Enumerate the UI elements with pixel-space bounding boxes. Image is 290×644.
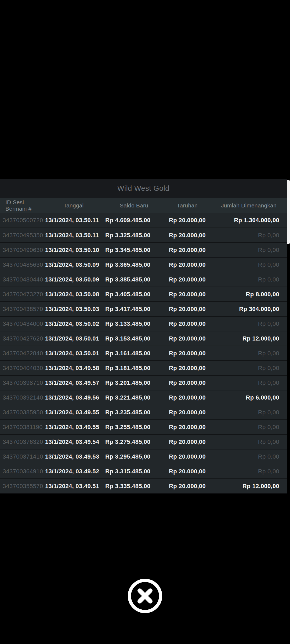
session-id-cell: 34370039871029 xyxy=(0,375,43,390)
bet-cell: Rp 20.000,00 xyxy=(164,213,211,228)
date-cell: 13/1/2024, 03.49.51 xyxy=(43,479,104,493)
date-cell: 13/1/2024, 03.49.55 xyxy=(43,420,104,434)
new-balance-cell: Rp 3.275.485,00 xyxy=(104,434,164,449)
win-amount-cell: Rp 0,00 xyxy=(211,420,287,434)
win-amount-cell: Rp 0,00 xyxy=(211,272,287,287)
new-balance-cell: Rp 3.417.485,00 xyxy=(104,302,164,316)
table-row: 34370043857029 13/1/2024, 03.50.03 Rp 3.… xyxy=(0,302,287,316)
table-row: 34370047327029 13/1/2024, 03.50.08 Rp 3.… xyxy=(0,287,287,302)
bet-cell: Rp 20.000,00 xyxy=(164,243,211,257)
new-balance-cell: Rp 3.335.485,00 xyxy=(104,479,164,493)
session-id-cell: 34370042762029 xyxy=(0,331,43,346)
new-balance-cell: Rp 3.161.485,00 xyxy=(104,346,164,361)
table-row: 34370042284029 13/1/2024, 03.50.01 Rp 3.… xyxy=(0,346,287,361)
new-balance-cell: Rp 3.365.485,00 xyxy=(104,257,164,272)
new-balance-cell: Rp 3.221.485,00 xyxy=(104,390,164,405)
new-balance-cell: Rp 3.325.485,00 xyxy=(104,228,164,243)
date-cell: 13/1/2024, 03.50.09 xyxy=(43,257,104,272)
new-balance-cell: Rp 3.295.485,00 xyxy=(104,449,164,464)
bet-cell: Rp 20.000,00 xyxy=(164,257,211,272)
close-icon xyxy=(128,579,162,613)
date-cell: 13/1/2024, 03.50.01 xyxy=(43,346,104,361)
bet-cell: Rp 20.000,00 xyxy=(164,434,211,449)
new-balance-cell: Rp 3.385.485,00 xyxy=(104,272,164,287)
win-amount-cell: Rp 8.000,00 xyxy=(211,287,287,302)
bet-cell: Rp 20.000,00 xyxy=(164,272,211,287)
date-cell: 13/1/2024, 03.50.11 xyxy=(43,213,104,228)
column-header-new-balance: Saldo Baru xyxy=(104,198,164,213)
table-row: 34370048044029 13/1/2024, 03.50.09 Rp 3.… xyxy=(0,272,287,287)
date-cell: 13/1/2024, 03.49.57 xyxy=(43,375,104,390)
date-cell: 13/1/2024, 03.49.54 xyxy=(43,434,104,449)
session-id-cell: 34370049535029 xyxy=(0,228,43,243)
close-button[interactable] xyxy=(128,579,162,613)
new-balance-cell: Rp 3.153.485,00 xyxy=(104,331,164,346)
date-cell: 13/1/2024, 03.49.58 xyxy=(43,361,104,375)
win-amount-cell: Rp 0,00 xyxy=(211,316,287,331)
table-row: 34370037141029 13/1/2024, 03.49.53 Rp 3.… xyxy=(0,449,287,464)
session-id-cell: 34370038595029 xyxy=(0,405,43,420)
win-amount-cell: Rp 0,00 xyxy=(211,346,287,361)
win-amount-cell: Rp 0,00 xyxy=(211,464,287,479)
date-cell: 13/1/2024, 03.49.52 xyxy=(43,464,104,479)
table-row: 34370038595029 13/1/2024, 03.49.55 Rp 3.… xyxy=(0,405,287,420)
win-amount-cell: Rp 304.000,00 xyxy=(211,302,287,316)
win-amount-cell: Rp 0,00 xyxy=(211,434,287,449)
session-id-cell: 34370035557029 xyxy=(0,479,43,493)
bet-cell: Rp 20.000,00 xyxy=(164,464,211,479)
bet-cell: Rp 20.000,00 xyxy=(164,390,211,405)
session-id-cell: 34370048044029 xyxy=(0,272,43,287)
column-header-amount-won: Jumlah Dimenangkan xyxy=(211,198,287,213)
bet-cell: Rp 20.000,00 xyxy=(164,420,211,434)
date-cell: 13/1/2024, 03.50.11 xyxy=(43,228,104,243)
bet-cell: Rp 20.000,00 xyxy=(164,479,211,493)
new-balance-cell: Rp 3.345.485,00 xyxy=(104,243,164,257)
table-row: 34370035557029 13/1/2024, 03.49.51 Rp 3.… xyxy=(0,479,287,493)
session-id-cell: 34370048563029 xyxy=(0,257,43,272)
date-cell: 13/1/2024, 03.50.09 xyxy=(43,272,104,287)
table-row: 34370039871029 13/1/2024, 03.49.57 Rp 3.… xyxy=(0,375,287,390)
session-history-table: ID Sesi Bermain # Tanggal Saldo Baru Tar… xyxy=(0,198,287,493)
win-amount-cell: Rp 12.000,00 xyxy=(211,331,287,346)
bet-cell: Rp 20.000,00 xyxy=(164,449,211,464)
date-cell: 13/1/2024, 03.50.10 xyxy=(43,243,104,257)
new-balance-cell: Rp 3.315.485,00 xyxy=(104,464,164,479)
bet-cell: Rp 20.000,00 xyxy=(164,405,211,420)
table-row: 34370043400029 13/1/2024, 03.50.02 Rp 3.… xyxy=(0,316,287,331)
win-amount-cell: Rp 0,00 xyxy=(211,449,287,464)
session-id-cell: 34370043400029 xyxy=(0,316,43,331)
date-cell: 13/1/2024, 03.50.03 xyxy=(43,302,104,316)
new-balance-cell: Rp 4.609.485,00 xyxy=(104,213,164,228)
bet-cell: Rp 20.000,00 xyxy=(164,316,211,331)
session-id-cell: 34370040403029 xyxy=(0,361,43,375)
session-id-cell: 34370037141029 xyxy=(0,449,43,464)
win-amount-cell: Rp 0,00 xyxy=(211,405,287,420)
bet-cell: Rp 20.000,00 xyxy=(164,331,211,346)
session-id-cell: 34370042284029 xyxy=(0,346,43,361)
session-id-cell: 34370043857029 xyxy=(0,302,43,316)
bet-cell: Rp 20.000,00 xyxy=(164,346,211,361)
scrollbar-thumb[interactable] xyxy=(287,180,290,244)
modal-title-bar: Wild West Gold xyxy=(0,179,287,198)
win-amount-cell: Rp 0,00 xyxy=(211,257,287,272)
session-id-cell: 34370036491029 xyxy=(0,464,43,479)
session-id-cell: 34370037632029 xyxy=(0,434,43,449)
table-row: 34370039214029 13/1/2024, 03.49.56 Rp 3.… xyxy=(0,390,287,405)
win-amount-cell: Rp 0,00 xyxy=(211,375,287,390)
date-cell: 13/1/2024, 03.49.56 xyxy=(43,390,104,405)
new-balance-cell: Rp 3.235.485,00 xyxy=(104,405,164,420)
table-row: 34370042762029 13/1/2024, 03.50.01 Rp 3.… xyxy=(0,331,287,346)
bet-cell: Rp 20.000,00 xyxy=(164,361,211,375)
bet-cell: Rp 20.000,00 xyxy=(164,302,211,316)
bet-cell: Rp 20.000,00 xyxy=(164,287,211,302)
table-row: 34370049535029 13/1/2024, 03.50.11 Rp 3.… xyxy=(0,228,287,243)
table-row: 34370037632029 13/1/2024, 03.49.54 Rp 3.… xyxy=(0,434,287,449)
game-history-modal: Wild West Gold ID Sesi Bermain # Tanggal… xyxy=(0,179,287,493)
date-cell: 13/1/2024, 03.50.02 xyxy=(43,316,104,331)
date-cell: 13/1/2024, 03.49.55 xyxy=(43,405,104,420)
win-amount-cell: Rp 0,00 xyxy=(211,361,287,375)
column-header-bet: Taruhan xyxy=(164,198,211,213)
table-row: 34370038119029 13/1/2024, 03.49.55 Rp 3.… xyxy=(0,420,287,434)
column-header-date: Tanggal xyxy=(43,198,104,213)
win-amount-cell: Rp 1.304.000,00 xyxy=(211,213,287,228)
